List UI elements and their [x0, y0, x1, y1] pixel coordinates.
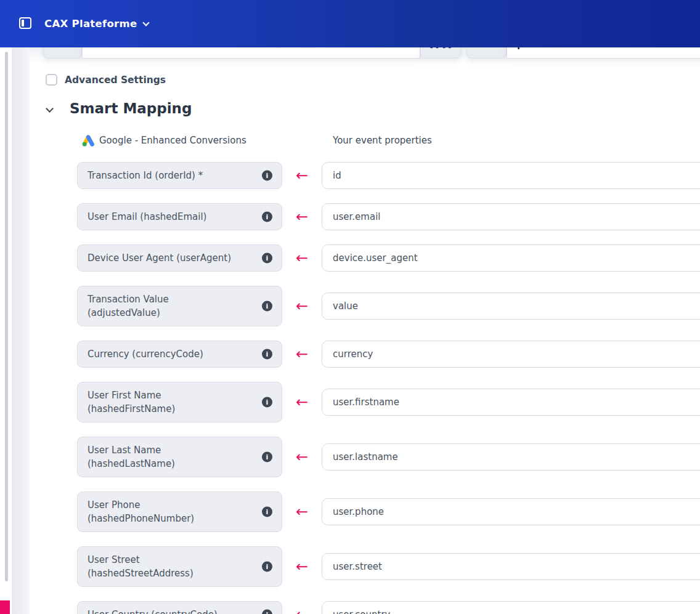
chevron-down-icon: [142, 19, 149, 26]
mapping-row-currency: Currency (currencyCode) i ←: [77, 341, 700, 368]
field-label: User Last Name (hashedLastName): [88, 443, 175, 471]
advanced-settings-checkbox[interactable]: [46, 74, 57, 86]
app-title-label: CAX Plateforme: [44, 18, 137, 30]
info-icon[interactable]: i: [262, 301, 272, 312]
property-input[interactable]: [322, 443, 700, 471]
field-label: User Country (countryCode): [88, 608, 218, 614]
left-arrow-icon: ←: [282, 209, 322, 224]
left-arrow-icon: ←: [282, 299, 322, 313]
mapping-row-street: User Street (hashedStreetAddress) i ←: [77, 546, 700, 587]
property-input[interactable]: [322, 162, 700, 189]
source-column-header: Your event properties: [333, 135, 432, 146]
field-label: User Email (hashedEmail): [88, 210, 206, 224]
app-header: CAX Plateforme: [0, 0, 700, 47]
info-icon[interactable]: i: [262, 171, 272, 181]
field-label-box: Transaction Id (orderId) * i: [77, 162, 282, 189]
left-arrow-icon: ←: [282, 450, 322, 464]
field-label: User Street (hashedStreetAddress): [88, 553, 193, 580]
left-arrow-icon: ←: [282, 395, 322, 410]
left-arrow-icon: ←: [282, 559, 322, 574]
smart-mapping-title: Smart Mapping: [70, 100, 192, 116]
vertical-scrollbar[interactable]: [5, 52, 8, 581]
mapping-row-phone: User Phone (hashedPhoneNumber) i ←: [77, 491, 700, 532]
left-arrow-icon: ←: [282, 251, 322, 265]
left-arrow-icon: ←: [282, 168, 322, 183]
property-input[interactable]: [322, 389, 700, 416]
field-label-box: Transaction Value (adjustedValue) i: [77, 286, 282, 326]
property-input[interactable]: [322, 498, 700, 525]
field-label-box: User Email (hashedEmail) i: [77, 203, 282, 230]
field-label-box: User Street (hashedStreetAddress) i: [77, 546, 282, 587]
field-label-box: User Last Name (hashedLastName) i: [77, 437, 282, 477]
mapping-row-transaction-id: Transaction Id (orderId) * i ←: [77, 162, 700, 189]
google-ads-icon: [81, 134, 96, 148]
field-label: User Phone (hashedPhoneNumber): [88, 498, 194, 525]
field-label-box: User Phone (hashedPhoneNumber) i: [77, 491, 282, 532]
info-icon[interactable]: i: [262, 349, 272, 360]
field-label-box: User Country (countryCode) i: [77, 601, 282, 614]
mapping-row-user-agent: Device User Agent (userAgent) i ←: [77, 244, 700, 272]
info-icon[interactable]: i: [262, 253, 272, 264]
property-input[interactable]: [322, 553, 700, 580]
info-icon[interactable]: i: [262, 397, 272, 408]
info-icon[interactable]: i: [262, 507, 272, 517]
field-label: Transaction Id (orderId) *: [88, 169, 203, 182]
left-arrow-icon: ←: [282, 504, 322, 519]
mapping-row-last-name: User Last Name (hashedLastName) i ←: [77, 437, 700, 477]
property-input[interactable]: [322, 341, 700, 368]
field-label-box: Currency (currencyCode) i: [77, 341, 282, 368]
mapping-row-first-name: User First Name (hashedFirstName) i ←: [77, 382, 700, 422]
advanced-settings-label: Advanced Settings: [65, 75, 166, 86]
mapping-row-transaction-value: Transaction Value (adjustedValue) i ←: [77, 286, 700, 326]
content-left-gutter: [12, 47, 30, 614]
smart-mapping-collapse-chevron-icon[interactable]: [46, 105, 54, 113]
info-icon[interactable]: i: [262, 562, 272, 572]
property-input[interactable]: [322, 244, 700, 272]
info-icon[interactable]: i: [262, 610, 272, 614]
field-label-box: Device User Agent (userAgent) i: [77, 244, 282, 272]
property-input[interactable]: [322, 203, 700, 230]
field-label: Transaction Value (adjustedValue): [88, 293, 169, 320]
mapping-row-country: User Country (countryCode) i ←: [77, 601, 700, 614]
property-input[interactable]: [322, 601, 700, 614]
left-arrow-icon: ←: [282, 347, 322, 362]
advanced-settings-row: Advanced Settings: [46, 74, 166, 86]
smart-mapping-rows: Transaction Id (orderId) * i ← User Emai…: [77, 162, 700, 614]
field-label: Currency (currencyCode): [88, 347, 203, 361]
field-label-box: User First Name (hashedFirstName) i: [77, 382, 282, 422]
workspace-switcher[interactable]: CAX Plateforme: [44, 0, 149, 47]
mapping-row-user-email: User Email (hashedEmail) i ←: [77, 203, 700, 230]
left-arrow-icon: ←: [282, 607, 322, 614]
sidebar-toggle-icon[interactable]: [19, 17, 31, 29]
field-label: Device User Agent (userAgent): [88, 251, 231, 265]
pink-accent-block: [0, 600, 10, 614]
field-label: User First Name (hashedFirstName): [88, 389, 175, 416]
destination-column-header: Google - Enhanced Conversions: [99, 135, 246, 146]
info-icon[interactable]: i: [262, 452, 272, 463]
property-input[interactable]: [322, 293, 700, 320]
info-icon[interactable]: i: [262, 212, 272, 222]
